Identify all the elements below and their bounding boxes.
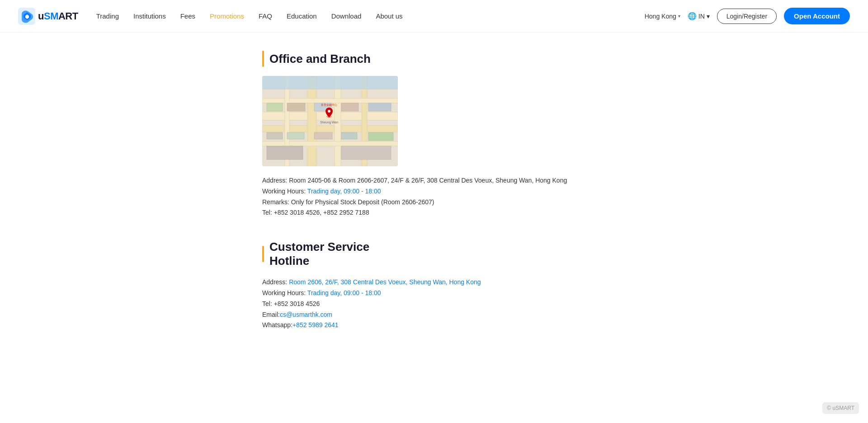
svg-rect-8 [262, 141, 398, 146]
language-label: IN [698, 13, 705, 20]
customer-service-section: Customer Service Hotline Address: Room 2… [262, 240, 606, 331]
svg-rect-20 [341, 146, 391, 160]
login-register-button[interactable]: Login/Register [717, 9, 777, 24]
customer-working-hours: Working Hours: Trading day, 09:00 - 18:0… [262, 288, 606, 299]
customer-wh-text: Trading day, 09:00 - 18:00 [307, 289, 381, 296]
customer-whatsapp-label: Whatsapp: [262, 321, 292, 329]
customer-info-block: Address: Room 2606, 26/F, 308 Central De… [262, 277, 606, 331]
customer-service-title-area: Customer Service Hotline [262, 240, 606, 268]
remarks-text: Only for Physical Stock Deposit (Room 26… [291, 198, 434, 206]
customer-title-line1: Customer Service [269, 240, 369, 254]
customer-tel-label: Tel: [262, 300, 272, 307]
office-tel: Tel: +852 3018 4526, +852 2952 7188 [262, 207, 606, 218]
language-selector[interactable]: 🌐 IN ▾ [688, 12, 710, 20]
customer-service-title: Customer Service Hotline [269, 240, 369, 268]
customer-address-text: Room 2606, 26/F, 308 Central Des Voeux, … [289, 278, 481, 286]
customer-email: Email:cs@usmarthk.com [262, 310, 606, 320]
nav-links: Trading Institutions Fees Promotions FAQ… [96, 12, 645, 20]
customer-address-label: Address: [262, 278, 287, 286]
svg-rect-15 [267, 132, 283, 139]
svg-rect-21 [262, 76, 398, 89]
svg-rect-19 [267, 146, 303, 160]
svg-rect-11 [287, 103, 305, 111]
customer-address: Address: Room 2606, 26/F, 308 Central De… [262, 277, 606, 288]
address-label: Address: [262, 177, 287, 184]
nav-item-education[interactable]: Education [287, 12, 317, 20]
svg-rect-17 [314, 132, 332, 139]
svg-rect-22 [368, 132, 393, 141]
office-info-block: Address: Room 2405-06 & Room 2606-2607, … [262, 175, 606, 218]
nav-right: Hong Kong ▾ 🌐 IN ▾ Login/Register Open A… [645, 8, 850, 24]
customer-title-line2: Hotline [269, 254, 309, 268]
office-branch-title-area: Office and Branch [262, 51, 606, 67]
office-branch-title: Office and Branch [269, 52, 371, 66]
svg-rect-13 [341, 103, 359, 111]
svg-rect-16 [287, 132, 304, 139]
office-address: Address: Room 2405-06 & Room 2606-2607, … [262, 175, 606, 186]
region-chevron-icon: ▾ [678, 14, 680, 19]
nav-item-fees[interactable]: Fees [180, 12, 195, 20]
map-svg: Sheung Wan 富登金融中心 [262, 76, 398, 166]
nav-item-institutions[interactable]: Institutions [133, 12, 166, 20]
customer-wh-label: Working Hours: [262, 289, 306, 296]
remarks-label: Remarks: [262, 198, 289, 206]
customer-email-label: Email: [262, 311, 280, 318]
svg-point-24 [328, 110, 330, 113]
region-selector[interactable]: Hong Kong ▾ [645, 13, 680, 20]
working-hours-text: Trading day, 09:00 - 18:00 [307, 188, 381, 195]
svg-rect-18 [341, 132, 357, 139]
navbar: uSMART Trading Institutions Fees Promoti… [0, 0, 868, 33]
open-account-button[interactable]: Open Account [784, 8, 850, 24]
section-bar-icon [262, 51, 264, 67]
logo[interactable]: uSMART [18, 8, 78, 25]
office-map[interactable]: Sheung Wan 富登金融中心 [262, 76, 398, 166]
nav-item-faq[interactable]: FAQ [259, 12, 272, 20]
customer-whatsapp: Whatsapp:+852 5989 2641 [262, 320, 606, 331]
office-branch-section: Office and Branch [262, 51, 606, 218]
customer-email-value: cs@usmarthk.com [280, 311, 332, 318]
usmart-logo-icon [18, 8, 35, 25]
address-text: Room 2405-06 & Room 2606-2607, 24/F & 26… [289, 177, 567, 184]
nav-item-download[interactable]: Download [331, 12, 362, 20]
customer-tel: Tel: +852 3018 4526 [262, 299, 606, 310]
globe-icon: 🌐 [688, 12, 697, 20]
nav-item-about[interactable]: About us [376, 12, 402, 20]
tel-label: Tel: [262, 209, 272, 216]
tel-text: +852 3018 4526, +852 2952 7188 [274, 209, 369, 216]
svg-rect-3 [262, 126, 398, 132]
svg-rect-10 [267, 103, 283, 111]
logo-text: uSMART [38, 10, 78, 22]
nav-item-trading[interactable]: Trading [96, 12, 119, 20]
office-working-hours: Working Hours: Trading day, 09:00 - 18:0… [262, 186, 606, 197]
svg-text:富登金融中心: 富登金融中心 [321, 103, 337, 106]
customer-section-bar-icon [262, 246, 264, 262]
office-remarks: Remarks: Only for Physical Stock Deposit… [262, 197, 606, 208]
lang-chevron-icon: ▾ [707, 13, 710, 20]
svg-rect-7 [262, 99, 398, 103]
nav-item-promotions[interactable]: Promotions [210, 12, 244, 20]
svg-rect-14 [368, 103, 391, 111]
region-label: Hong Kong [645, 13, 676, 20]
working-hours-label: Working Hours: [262, 188, 306, 195]
customer-whatsapp-value: +852 5989 2641 [292, 321, 339, 329]
svg-text:Sheung Wan: Sheung Wan [320, 121, 338, 124]
page-content: Office and Branch [253, 33, 615, 380]
customer-tel-text: +852 3018 4526 [274, 300, 320, 307]
